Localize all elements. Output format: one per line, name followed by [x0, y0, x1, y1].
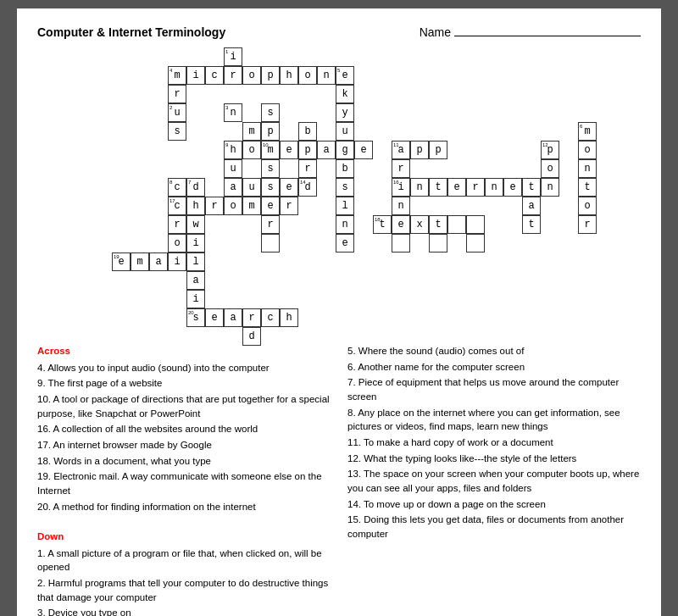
header: Computer & Internet Terminology Name: [37, 25, 641, 39]
clues-left: Across 4. Allows you to input audio (sou…: [37, 344, 331, 616]
clues-right: 5. Where the sound (audio) comes out of …: [347, 344, 641, 616]
clue-down-2: 2. Harmful programs that tell your compu…: [37, 576, 331, 604]
clue-13: 13. The space on your screen when your c…: [347, 467, 641, 495]
clue-across-10: 10. A tool or package of directions that…: [37, 392, 331, 420]
clue-14: 14. To move up or down a page on the scr…: [347, 497, 641, 512]
clue-across-18: 18. Words in a document, what you type: [37, 454, 331, 469]
clue-8: 8. Any place on the internet where you c…: [347, 406, 641, 434]
clue-6: 6. Another name for the computer screen: [347, 360, 641, 375]
clue-across-9: 9. The first page of a website: [37, 376, 331, 391]
clue-7: 7. Piece of equipment that helps us move…: [347, 375, 641, 403]
down-heading: Down: [37, 530, 331, 544]
clue-across-20: 20. A method for finding information on …: [37, 500, 331, 514]
clue-across-4: 4. Allows you to input audio (sound) int…: [37, 361, 331, 375]
clue-11: 11. To make a hard copy of work or a doc…: [347, 436, 641, 450]
clue-across-16: 16. A collection of all the websites aro…: [37, 422, 331, 436]
across-heading: Across: [37, 344, 331, 358]
crossword-grid: 1i 4m i c r o p h o n 5e r k 2u 3n s y s…: [37, 46, 641, 334]
clue-down-1: 1. A small picture of a program or file …: [37, 547, 331, 574]
clue-5: 5. Where the sound (audio) comes out of: [347, 344, 641, 358]
clue-down-3: 3. Device you type on: [37, 606, 331, 616]
clue-across-19: 19. Electronic mail. A way communicate w…: [37, 469, 331, 497]
clues-section: Across 4. Allows you to input audio (sou…: [37, 344, 641, 616]
page-title: Computer & Internet Terminology: [37, 25, 225, 39]
name-field: Name: [420, 25, 641, 39]
clue-15: 15. Doing this lets you get data, files …: [347, 513, 641, 541]
clue-across-17: 17. An internet browser made by Google: [37, 438, 331, 452]
page: Computer & Internet Terminology Name 1i …: [17, 8, 661, 616]
clue-12: 12. What the typing looks like---the sty…: [347, 452, 641, 466]
